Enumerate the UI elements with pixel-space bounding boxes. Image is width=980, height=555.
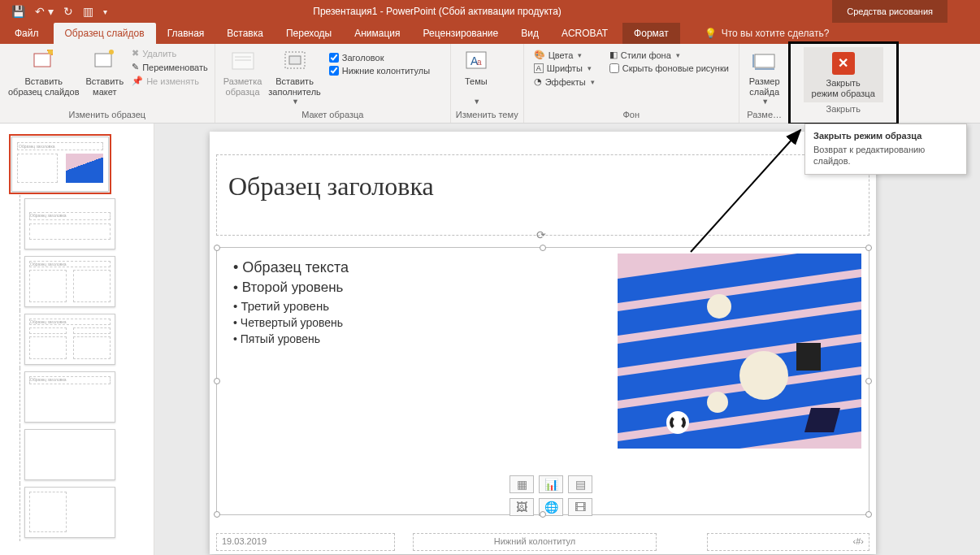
- resize-handle[interactable]: [214, 378, 220, 384]
- insert-picture-icon[interactable]: 🖼: [510, 498, 534, 516]
- thumbnail-layout-5[interactable]: [0, 426, 154, 483]
- insert-chart-icon[interactable]: 📊: [539, 475, 563, 493]
- preserve-button[interactable]: 📌Не изменять: [130, 75, 210, 87]
- colors-button[interactable]: 🎨Цвета▾: [532, 49, 596, 61]
- effects-button[interactable]: ◔Эффекты▾: [532, 76, 596, 88]
- workspace: Образец заголовка Образец заголовка Обра…: [0, 124, 980, 555]
- tab-insert[interactable]: Вставка: [215, 23, 275, 44]
- tab-format[interactable]: Формат: [622, 23, 680, 44]
- quick-access-toolbar: 💾 ↶ ▾ ↻ ▥ ▾: [0, 5, 107, 18]
- group-label-edit-theme: Изменить тему: [456, 108, 518, 121]
- delete-icon: ✖: [132, 48, 139, 59]
- redo-icon[interactable]: ↻: [63, 5, 73, 18]
- lightbulb-icon: 💡: [705, 28, 717, 39]
- chevron-down-icon: ▼: [473, 98, 480, 106]
- title-placeholder-text: Образец заголовка: [228, 171, 857, 202]
- insert-video-icon[interactable]: 🎞: [568, 498, 592, 516]
- start-from-beginning-icon[interactable]: ▥: [83, 5, 93, 18]
- colors-icon: 🎨: [534, 50, 545, 60]
- undo-icon[interactable]: ↶ ▾: [35, 5, 54, 18]
- themes-icon: Aa: [463, 49, 489, 75]
- tab-view[interactable]: Вид: [510, 23, 550, 44]
- footers-checkbox[interactable]: Нижние колонтитулы: [327, 65, 431, 76]
- slide-number-placeholder[interactable]: ‹#›: [707, 533, 869, 551]
- ribbon: Вставить образец слайдов Вставить макет …: [0, 44, 980, 124]
- title-placeholder[interactable]: Образец заголовка: [216, 154, 869, 236]
- rotation-handle-icon[interactable]: ⟳: [536, 228, 546, 241]
- insert-placeholder-button[interactable]: Вставить заполнитель▼: [265, 47, 323, 108]
- thumbnail-layout-1[interactable]: Образец заголовка: [0, 195, 154, 253]
- close-icon: ✕: [830, 50, 856, 76]
- tab-review[interactable]: Рецензирование: [412, 23, 510, 44]
- close-master-view-button[interactable]: ✕ Закрыть режим образца: [804, 47, 883, 102]
- insert-layout-button[interactable]: Вставить макет: [82, 47, 127, 99]
- tab-transitions[interactable]: Переходы: [275, 23, 343, 44]
- group-edit-master: Вставить образец слайдов Вставить макет …: [0, 44, 215, 123]
- tab-slide-master[interactable]: Образец слайдов: [54, 23, 156, 44]
- resize-handle[interactable]: [540, 245, 546, 251]
- resize-handle[interactable]: [214, 245, 220, 251]
- resize-handle[interactable]: [214, 511, 220, 518]
- svg-point-1: [48, 50, 53, 54]
- tab-acrobat[interactable]: ACROBAT: [550, 23, 619, 44]
- save-icon[interactable]: 💾: [11, 5, 25, 18]
- tab-home[interactable]: Главная: [156, 23, 216, 44]
- hide-background-checkbox[interactable]: Скрыть фоновые рисунки: [608, 63, 731, 74]
- background-styles-button[interactable]: ◧Стили фона▾: [608, 49, 731, 61]
- resize-handle[interactable]: [865, 511, 872, 518]
- preserve-icon: 📌: [132, 76, 143, 86]
- group-label-size: Разме…: [744, 108, 785, 121]
- delete-button[interactable]: ✖Удалить: [130, 47, 210, 59]
- thumbnail-layout-4[interactable]: Образец заголовка: [0, 368, 154, 426]
- chevron-down-icon: ▾: [591, 78, 595, 86]
- slide-editor[interactable]: Образец заголовка Образец текста Второй …: [154, 124, 980, 555]
- footer-placeholder[interactable]: Нижний колонтитул: [413, 533, 657, 551]
- insert-smartart-icon[interactable]: ▤: [568, 475, 592, 493]
- svg-rect-2: [95, 54, 111, 67]
- master-slide-canvas[interactable]: Образец заголовка Образец текста Второй …: [210, 132, 876, 554]
- insert-slide-master-icon: [31, 49, 57, 75]
- slide-size-button[interactable]: Размер слайда▼: [744, 47, 785, 108]
- resize-handle[interactable]: [865, 378, 872, 384]
- master-layout-button[interactable]: Разметка образца: [220, 47, 266, 99]
- tab-file[interactable]: Файл: [0, 23, 54, 44]
- title-bar: 💾 ↶ ▾ ↻ ▥ ▾ Презентация1 - PowerPoint (С…: [0, 0, 980, 23]
- fonts-icon: A: [534, 63, 544, 73]
- group-label-background: Фон: [529, 108, 734, 121]
- master-layout-icon: [230, 49, 256, 75]
- slide-size-icon: [752, 49, 778, 75]
- chevron-down-icon: ▼: [292, 98, 299, 106]
- insert-slide-master-button[interactable]: Вставить образец слайдов: [5, 47, 82, 99]
- tab-animations[interactable]: Анимация: [343, 23, 411, 44]
- qat-more-icon[interactable]: ▾: [103, 7, 107, 16]
- svg-rect-8: [289, 56, 301, 64]
- fonts-button[interactable]: AШрифты▾: [532, 63, 596, 74]
- thumbnail-layout-2[interactable]: Образец заголовка: [0, 253, 154, 310]
- thumbnail-master[interactable]: Образец заголовка: [0, 133, 154, 195]
- group-size: Размер слайда▼ Разме…: [739, 44, 791, 123]
- decorative-image: [618, 254, 861, 449]
- date-placeholder[interactable]: 19.03.2019: [216, 533, 395, 551]
- resize-handle[interactable]: [540, 511, 546, 518]
- slide-thumbnails-panel[interactable]: Образец заголовка Образец заголовка Обра…: [0, 124, 154, 555]
- thumbnail-master-slide[interactable]: Образец заголовка: [11, 137, 109, 192]
- close-group-highlight: ✕ Закрыть режим образца Закрыть: [788, 41, 899, 125]
- insert-layout-icon: [92, 49, 118, 75]
- insert-placeholder-icon: [282, 49, 308, 75]
- tooltip-close-master: Закрыть режим образца Возврат к редактир…: [804, 124, 967, 175]
- svg-text:a: a: [477, 58, 482, 67]
- insert-table-icon[interactable]: ▦: [510, 475, 534, 493]
- resize-handle[interactable]: [865, 245, 872, 251]
- themes-button[interactable]: Aa Темы▼: [456, 47, 497, 108]
- content-placeholder-icons: ▦ 📊 ▤ 🖼 🌐 🎞: [510, 475, 592, 516]
- effects-icon: ◔: [534, 76, 542, 87]
- thumbnail-layout-6[interactable]: [0, 483, 154, 541]
- thumbnail-layout-3[interactable]: Образец заголовка: [0, 310, 154, 368]
- group-master-layout: Разметка образца Вставить заполнитель▼ З…: [215, 44, 451, 123]
- svg-rect-12: [755, 54, 774, 67]
- chevron-down-icon: ▾: [676, 51, 680, 59]
- contextual-tab-label: Средства рисования: [832, 0, 947, 23]
- group-label-edit-master: Изменить образец: [5, 108, 210, 121]
- title-checkbox[interactable]: Заголовок: [327, 52, 431, 63]
- rename-button[interactable]: ✎Переименовать: [130, 61, 210, 73]
